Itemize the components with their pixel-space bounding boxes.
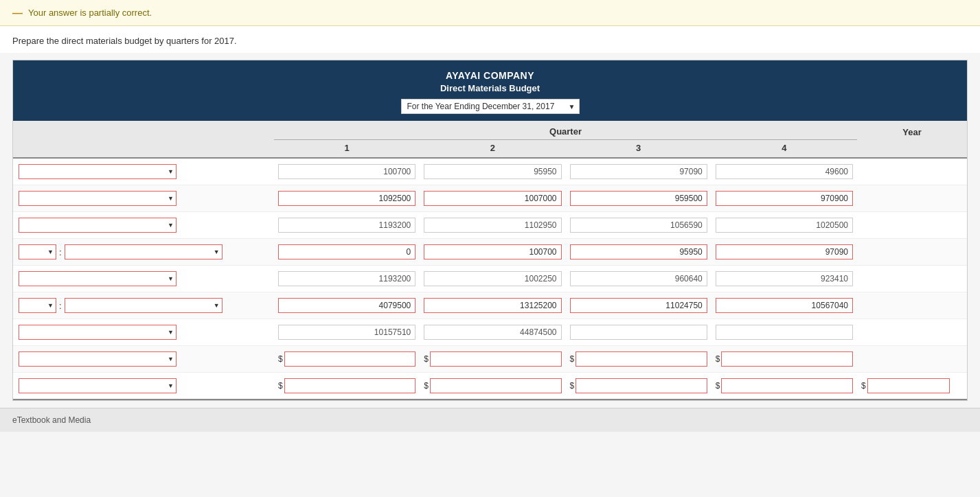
row6-q3-input[interactable] <box>570 298 707 313</box>
row4-q2-input[interactable] <box>424 244 561 259</box>
row2-q3-input[interactable] <box>570 191 707 206</box>
row1-q1-input[interactable] <box>278 164 415 179</box>
row4-q4-input[interactable] <box>716 244 853 259</box>
row8-q2-input[interactable] <box>430 351 562 367</box>
row4-label-narrow[interactable] <box>19 244 56 259</box>
row6-label-narrow[interactable] <box>19 298 56 313</box>
period-select[interactable]: For the Year Ending December 31, 2017 <box>401 99 580 114</box>
row9-q4-input[interactable] <box>721 378 853 393</box>
row9-q1-input[interactable] <box>284 378 416 393</box>
budget-title: Direct Materials Budget <box>20 83 960 93</box>
row8-dollar2: $ <box>424 354 429 364</box>
quarter-3-header: 3 <box>566 140 711 157</box>
table-header: AYAYAI COMPANY Direct Materials Budget F… <box>13 60 967 121</box>
row8-dollar3: $ <box>570 354 575 364</box>
row9-year-input[interactable] <box>867 378 950 393</box>
quarter-2-header: 2 <box>420 140 565 157</box>
row8-dollar1: $ <box>278 354 283 364</box>
row2-label-select[interactable] <box>19 191 176 206</box>
row7-q2-input[interactable] <box>424 325 561 340</box>
row3-q3-input[interactable] <box>570 218 707 233</box>
row6-label-wide[interactable] <box>65 298 223 313</box>
row1-q4-input[interactable] <box>716 164 853 179</box>
quarter-1-header: 1 <box>274 140 420 157</box>
row6-q2-input[interactable] <box>424 298 561 313</box>
row3-label-select[interactable] <box>19 218 176 233</box>
table-wrapper: AYAYAI COMPANY Direct Materials Budget F… <box>12 60 968 401</box>
quarter-4-header: 4 <box>711 140 857 157</box>
row9-dollar1: $ <box>278 381 283 391</box>
row9-label-select[interactable] <box>19 378 176 393</box>
alert-icon: — <box>12 7 23 19</box>
row5-q2-input[interactable] <box>424 271 561 286</box>
row5-q4-input[interactable] <box>716 271 853 286</box>
row9-dollar4: $ <box>716 381 720 391</box>
row5-q3-input[interactable] <box>570 271 707 286</box>
row2-q2-input[interactable] <box>424 191 561 206</box>
alert-banner: — Your answer is partially correct. <box>0 0 980 26</box>
table-row: : <box>13 292 967 319</box>
row8-q1-input[interactable] <box>284 351 416 367</box>
row1-q2-input[interactable] <box>424 164 561 179</box>
row7-q1-input[interactable] <box>278 325 415 340</box>
footer-text: eTextbook and Media <box>12 415 91 425</box>
row8-q4-input[interactable] <box>721 351 853 367</box>
row5-q1-input[interactable] <box>278 271 415 286</box>
table-row <box>13 159 967 185</box>
row3-q2-input[interactable] <box>424 218 561 233</box>
row9-q3-input[interactable] <box>576 378 707 393</box>
table-row <box>13 319 967 346</box>
table-row: $ $ $ $ <box>13 346 967 373</box>
row3-q1-input[interactable] <box>278 218 415 233</box>
table-row <box>13 212 967 239</box>
row6-q1-input[interactable] <box>278 298 415 313</box>
year-header-label: Year <box>857 121 967 140</box>
table-row: $ $ $ $ $ <box>13 373 967 400</box>
row4-label-wide[interactable] <box>65 244 223 259</box>
row8-q3-input[interactable] <box>576 351 707 367</box>
row9-dollar3: $ <box>570 381 575 391</box>
alert-message: Your answer is partially correct. <box>28 8 152 18</box>
row9-dollar2: $ <box>424 381 429 391</box>
quarter-label: Quarter <box>274 121 857 140</box>
row2-q4-input[interactable] <box>716 191 853 206</box>
row9-q2-input[interactable] <box>430 378 562 393</box>
row7-q4-input[interactable] <box>716 325 853 340</box>
row8-label-select[interactable] <box>19 351 176 367</box>
table-row <box>13 266 967 292</box>
row5-label-select[interactable] <box>19 271 176 286</box>
row4-q3-input[interactable] <box>570 244 707 259</box>
instructions: Prepare the direct materials budget by q… <box>0 26 980 53</box>
row8-dollar4: $ <box>716 354 720 364</box>
row9-year-dollar: $ <box>861 381 866 391</box>
row7-q3-input[interactable] <box>570 325 707 340</box>
row3-q4-input[interactable] <box>716 218 853 233</box>
table-row <box>13 185 967 212</box>
company-name: AYAYAI COMPANY <box>20 70 960 81</box>
table-row: : <box>13 239 967 266</box>
row2-q1-input[interactable] <box>278 191 415 206</box>
row6-q4-input[interactable] <box>716 298 853 313</box>
quarters-header: Quarter Year 1 2 3 4 <box>13 121 967 159</box>
footer-bar: eTextbook and Media <box>0 408 980 432</box>
row4-q1-input[interactable] <box>278 244 415 259</box>
row1-q3-input[interactable] <box>570 164 707 179</box>
row1-label-select[interactable] <box>19 164 176 179</box>
row7-label-select[interactable] <box>19 325 176 340</box>
